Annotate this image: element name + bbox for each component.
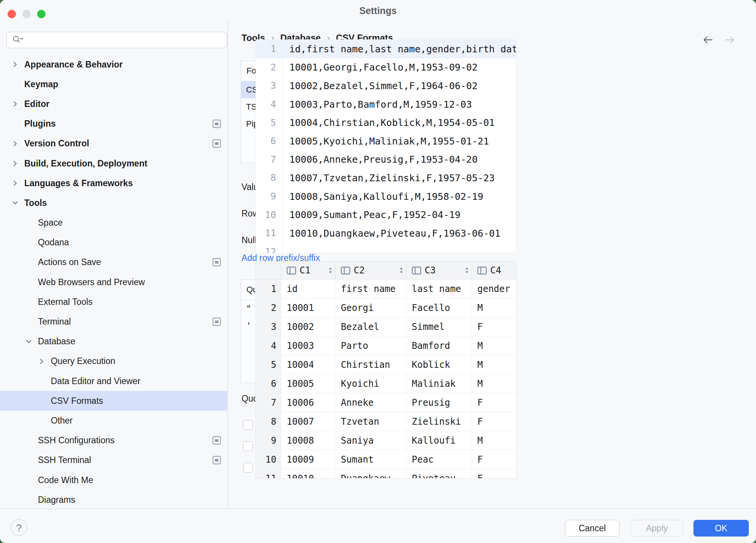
table-cell: Kalloufi [406,431,472,450]
sidebar-item-label: Build, Execution, Deployment [24,159,147,169]
row-number-cell: 10 [256,450,281,469]
column-header-c2[interactable]: C2 [336,262,406,279]
column-header-c1[interactable]: C1 [281,262,336,279]
table-cell: Preusig [406,393,472,412]
table-cell: 10005 [281,374,336,393]
column-icon [287,267,296,275]
sidebar-item-qodana[interactable]: Qodana [0,233,227,253]
sidebar-item-data-editor-and-viewer[interactable]: Data Editor and Viewer [0,371,227,391]
table-cell: Peac [406,450,472,469]
line-number: 5 [256,113,282,132]
row-number-cell: 3 [256,317,281,336]
column-title: C1 [300,265,311,276]
sidebar-item-label: Web Browsers and Preview [38,277,145,287]
table-cell: Maliniak [406,374,472,393]
row-number-cell: 9 [256,431,281,450]
chevron-right-icon[interactable] [11,100,19,108]
chevron-down-icon[interactable] [11,199,19,207]
sidebar-item-label: Actions on Save [38,257,101,267]
table-cell: F [472,469,516,479]
column-title: C3 [425,265,436,276]
line-number: 3 [256,77,282,95]
sidebar-item-actions-on-save[interactable]: Actions on Save [0,253,227,272]
sidebar-item-diagrams[interactable]: Diagrams [0,490,227,508]
editor-line: 210001,Georgi,Facello,M,1953-09-02 [256,58,516,77]
table-cell: M [472,355,516,374]
sidebar-item-ssh-terminal[interactable]: SSH Terminal [0,450,227,470]
csv-preview-editor[interactable]: 1id,first name,last name,gender,birth da… [256,39,516,253]
row-number-cell: 11 [256,469,281,479]
chevron-right-icon[interactable] [11,140,19,148]
sidebar-item-external-tools[interactable]: External Tools [0,292,227,312]
sidebar-item-space[interactable]: Space [0,213,227,233]
csv-preview-table[interactable]: C1C2C3C41idfirst namelast namegender2100… [256,261,516,479]
trim-whitespaces-checkbox[interactable] [243,420,253,430]
line-number: 10 [256,206,282,224]
chevron-down-icon[interactable] [25,338,33,345]
settings-window-icon [212,456,221,465]
table-cell: M [472,374,516,393]
sidebar-item-web-browsers-and-preview[interactable]: Web Browsers and Preview [0,272,227,292]
table-cell: M [472,431,516,450]
row-number-cell: 1 [256,279,281,298]
sidebar-item-terminal[interactable]: Terminal [0,312,227,331]
table-row: 1010009SumantPeacF [256,450,516,469]
row-number-cell: 2 [256,298,281,317]
sidebar-item-languages-frameworks[interactable]: Languages & Frameworks [0,173,227,193]
csv-line-text: 10001,Georgi,Facello,M,1953-09-02 [282,62,478,73]
chevron-right-icon[interactable] [11,61,19,68]
line-number: 7 [256,151,282,169]
sidebar-item-version-control[interactable]: Version Control [0,134,227,154]
table-cell: first name [336,279,406,298]
chevron-right-icon[interactable] [38,358,45,365]
chevron-right-icon[interactable] [11,179,19,187]
sidebar-item-ssh-configurations[interactable]: SSH Configurations [0,431,227,450]
table-cell: last name [406,279,472,298]
row-number-cell: 8 [256,412,281,431]
column-icon [477,267,487,275]
sidebar-item-label: Terminal [38,317,71,327]
table-cell: M [472,298,516,317]
csv-line-text: 10008,Saniya,Kalloufi,M,1958-02-19 [282,191,483,202]
sidebar-item-build-execution-deployment[interactable]: Build, Execution, Deployment [0,154,227,173]
row-number-cell: 4 [256,336,281,355]
sidebar-item-keymap[interactable]: Keymap [0,74,227,94]
sidebar-item-tools[interactable]: Tools [0,193,227,213]
sidebar-item-label: Diagrams [38,495,75,505]
table-row: 210001GeorgiFacelloM [256,298,516,317]
column-header-c3[interactable]: C3 [406,262,472,279]
sidebar-item-label: Languages & Frameworks [24,178,133,188]
table-cell: F [472,317,516,336]
editor-line: 510004,Chirstian,Koblick,M,1954-05-01 [256,113,516,132]
first-row-is-header-checkbox[interactable] [243,441,253,451]
table-row: 710006AnnekePreusigF [256,393,516,412]
sidebar-item-other[interactable]: Other [0,411,227,430]
sidebar-item-editor[interactable]: Editor [0,94,227,114]
settings-dialog: Settings Appearance & BehaviorKeymapEdit… [0,0,756,543]
search-input[interactable] [6,32,227,48]
editor-line: 710006,Anneke,Preusig,F,1953-04-20 [256,151,516,169]
sidebar-item-plugins[interactable]: Plugins [0,114,227,134]
editor-line: 1id,first name,last name,gender,birth da… [256,40,516,58]
sidebar-item-query-execution[interactable]: Query Execution [0,352,227,371]
help-button[interactable]: ? [11,519,27,536]
chevron-right-icon[interactable] [11,160,19,167]
sidebar-item-label: Code With Me [38,475,93,485]
sidebar-item-database[interactable]: Database [0,332,227,352]
row-number-cell: 6 [256,374,281,393]
settings-window-icon [212,317,221,326]
sidebar-item-csv-formats[interactable]: CSV Formats [0,391,227,411]
sidebar-item-code-with-me[interactable]: Code With Me [0,470,227,490]
csv-line-text: 10006,Anneke,Preusig,F,1953-04-20 [282,154,478,165]
ok-button[interactable]: OK [693,520,749,537]
cancel-button[interactable]: Cancel [565,520,620,537]
sidebar-item-label: CSV Formats [51,396,103,406]
back-icon[interactable] [702,35,714,46]
column-header-c4[interactable]: C4 [472,262,516,279]
csv-line-text: 10004,Chirstian,Koblick,M,1954-05-01 [282,117,495,128]
line-number: 8 [256,169,282,187]
first-column-is-header-checkbox[interactable] [243,463,253,472]
sidebar-item-appearance-behavior[interactable]: Appearance & Behavior [0,55,227,74]
table-cell: Piveteau [406,469,472,479]
settings-sidebar: Appearance & BehaviorKeymapEditorPlugins… [0,21,228,508]
